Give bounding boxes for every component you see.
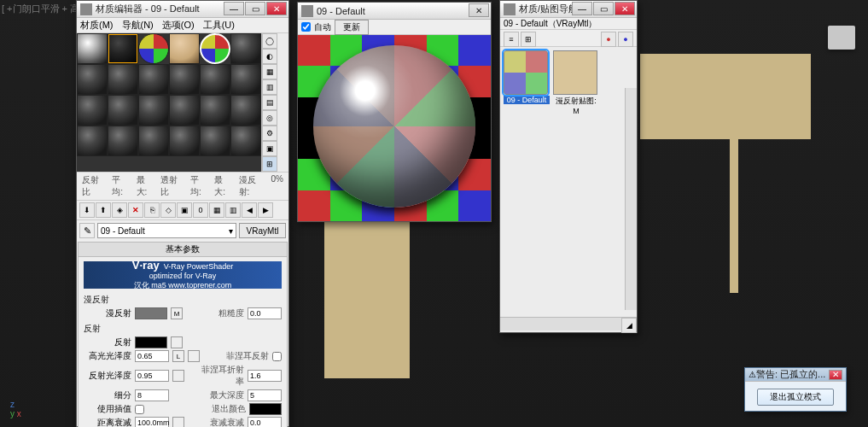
diffuse-map-button[interactable]: M xyxy=(171,307,183,319)
background-icon[interactable]: ▦ xyxy=(262,64,277,79)
material-type-button[interactable]: VRayMtl xyxy=(239,223,286,238)
sample-slot[interactable] xyxy=(230,64,261,95)
go-forward-icon[interactable]: ▶ xyxy=(258,202,273,218)
reflect-map-button[interactable] xyxy=(171,336,183,348)
sample-slot[interactable] xyxy=(138,33,169,64)
dimfall-spinner[interactable]: 0.0 xyxy=(248,417,282,427)
go-parent-icon[interactable]: ◀ xyxy=(242,202,257,218)
fresnel-checkbox[interactable] xyxy=(272,352,282,361)
update-button[interactable]: 更新 xyxy=(335,20,369,35)
minimize-button[interactable]: — xyxy=(572,2,592,15)
nav-body[interactable]: 09 - Default 漫反射贴图: M xyxy=(500,47,637,317)
sample-slot[interactable] xyxy=(138,64,169,95)
hilight-lock-button[interactable]: L xyxy=(172,350,184,362)
sample-slot[interactable] xyxy=(169,95,200,126)
preview-icon[interactable]: ◎ xyxy=(262,110,277,126)
sample-slot[interactable] xyxy=(230,126,261,156)
hilight-spinner[interactable]: 0.65 xyxy=(135,350,169,362)
menu-nav[interactable]: 导航(N) xyxy=(122,19,154,32)
sample-slot[interactable] xyxy=(230,95,261,126)
red-sphere-icon[interactable]: ● xyxy=(601,32,616,47)
sample-slot[interactable] xyxy=(77,95,108,126)
show-map-icon[interactable]: ▦ xyxy=(209,202,224,218)
fresnel-ior-spinner[interactable]: 1.6 xyxy=(248,370,282,382)
sample-slot[interactable] xyxy=(108,33,138,64)
titlebar[interactable]: ⚠ 警告: 已孤立的... ✕ xyxy=(745,368,846,382)
video-check-icon[interactable]: ▤ xyxy=(262,95,277,110)
titlebar[interactable]: 09 - Default ✕ xyxy=(298,3,491,20)
view-list-icon[interactable]: ≡ xyxy=(504,32,519,47)
sample-type-icon[interactable]: ◯ xyxy=(262,33,277,49)
sample-slot[interactable] xyxy=(77,126,108,156)
menu-options[interactable]: 选项(O) xyxy=(162,19,195,32)
show-end-icon[interactable]: ▥ xyxy=(225,202,241,218)
sample-slot[interactable] xyxy=(169,126,200,156)
make-copy-icon[interactable]: ⎘ xyxy=(144,202,160,218)
sample-slot[interactable] xyxy=(200,126,230,156)
sample-slot[interactable] xyxy=(108,126,138,156)
rollout-header[interactable]: 基本参数 xyxy=(79,243,287,257)
reflect-swatch[interactable] xyxy=(135,336,167,348)
select-by-material-icon[interactable]: ▣ xyxy=(262,141,277,156)
preview-render[interactable] xyxy=(298,35,491,221)
close-button[interactable]: ✕ xyxy=(829,370,842,380)
assign-icon[interactable]: ◈ xyxy=(112,202,127,218)
sample-slot[interactable] xyxy=(77,33,108,64)
diffuse-swatch[interactable] xyxy=(135,307,167,319)
nav-thumb-label[interactable]: 漫反射贴图: M xyxy=(553,96,599,115)
titlebar[interactable]: 材质/贴图导航... — ▭ ✕ xyxy=(500,1,637,18)
dimdist-spinner[interactable]: 100.0mm xyxy=(135,417,169,427)
sample-slot[interactable] xyxy=(108,64,138,95)
get-material-icon[interactable]: ⬇ xyxy=(79,202,95,218)
blue-sphere-icon[interactable]: ● xyxy=(618,32,633,47)
menu-modes[interactable]: 材质(M) xyxy=(80,19,114,32)
roughness-spinner[interactable]: 0.0 xyxy=(248,307,282,319)
resize-grip-icon[interactable]: ◢ xyxy=(621,318,637,333)
menu-utils[interactable]: 工具(U) xyxy=(203,19,235,32)
sample-slot[interactable] xyxy=(200,95,230,126)
sample-slot[interactable] xyxy=(169,33,200,64)
sample-slot[interactable] xyxy=(169,64,200,95)
close-button[interactable]: ✕ xyxy=(615,2,635,15)
sample-slot[interactable] xyxy=(138,126,169,156)
exitcolor-swatch[interactable] xyxy=(249,403,282,415)
make-unique-icon[interactable]: ◇ xyxy=(160,202,176,218)
sample-slot[interactable] xyxy=(138,95,169,126)
delete-icon[interactable]: ✕ xyxy=(128,202,143,218)
sample-slot-selected[interactable] xyxy=(200,33,230,64)
scrollbar[interactable] xyxy=(625,88,637,310)
subdiv-spinner[interactable]: 8 xyxy=(135,389,169,401)
dimdist-map-button[interactable] xyxy=(172,417,184,427)
put-to-library-icon[interactable]: ▣ xyxy=(177,202,192,218)
maximize-button[interactable]: ▭ xyxy=(593,2,614,15)
options-icon[interactable]: ⚙ xyxy=(262,126,277,141)
put-to-scene-icon[interactable]: ⬆ xyxy=(96,202,111,218)
viewport-label[interactable]: [ +门朗口平滑 + 高 xyxy=(2,3,79,15)
minimize-button[interactable]: — xyxy=(224,2,244,15)
close-button[interactable]: ✕ xyxy=(266,2,287,15)
material-id-icon[interactable]: 0 xyxy=(193,202,208,218)
material-map-nav-icon[interactable]: ⊞ xyxy=(262,156,277,172)
exit-isolation-button[interactable]: 退出孤立模式 xyxy=(757,389,834,406)
pick-icon[interactable]: ✎ xyxy=(79,223,95,238)
glossy-map-button[interactable] xyxy=(172,370,184,382)
useinterp-checkbox[interactable] xyxy=(135,405,144,414)
maximize-button[interactable]: ▭ xyxy=(245,2,265,15)
sample-slot[interactable] xyxy=(77,64,108,95)
sample-slot[interactable] xyxy=(108,95,138,126)
sample-slot[interactable] xyxy=(230,33,261,64)
viewcube[interactable] xyxy=(828,26,855,50)
nav-thumb[interactable] xyxy=(504,50,548,95)
glossy-spinner[interactable]: 0.95 xyxy=(135,370,169,382)
sample-slot[interactable] xyxy=(200,64,230,95)
maxdepth-spinner[interactable]: 5 xyxy=(248,389,282,401)
view-icons-icon[interactable]: ⊞ xyxy=(521,32,536,47)
titlebar[interactable]: 材质编辑器 - 09 - Default — ▭ ✕ xyxy=(77,1,288,18)
hilight-map-button[interactable] xyxy=(188,350,200,362)
close-button[interactable]: ✕ xyxy=(469,3,489,17)
nav-thumb[interactable] xyxy=(553,50,597,95)
material-name-select[interactable]: 09 - Default▾ xyxy=(97,223,236,238)
nav-thumb-label[interactable]: 09 - Default xyxy=(504,96,550,104)
backlight-icon[interactable]: ◐ xyxy=(262,49,277,64)
uv-tiling-icon[interactable]: ▥ xyxy=(262,79,277,95)
